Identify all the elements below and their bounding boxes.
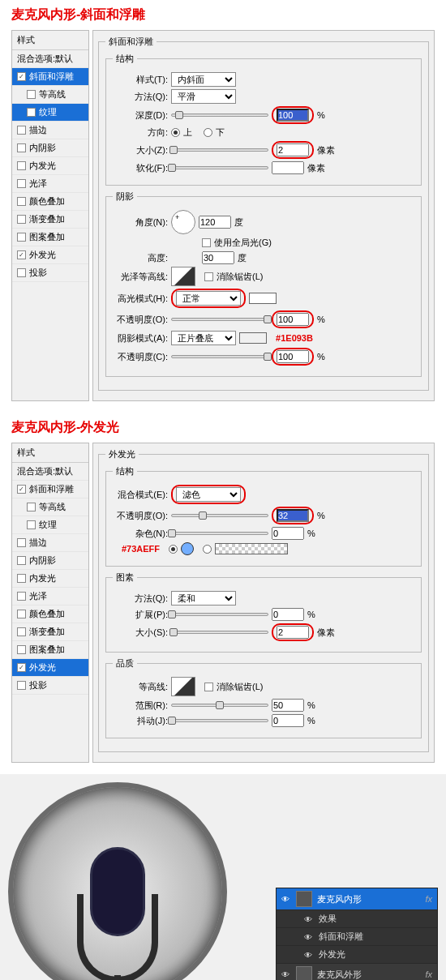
style-item-4[interactable]: 内阴影: [12, 139, 88, 157]
style-item-10[interactable]: 外发光: [12, 659, 88, 677]
contour-thumb[interactable]: [171, 677, 195, 696]
style-item-7[interactable]: 颜色叠加: [12, 193, 88, 211]
aa-check-2[interactable]: [204, 683, 213, 691]
style-check[interactable]: [17, 592, 26, 601]
style-item-8[interactable]: 渐变叠加: [12, 623, 88, 641]
hilite-color[interactable]: [249, 293, 277, 304]
dir-up-radio[interactable]: [171, 128, 180, 137]
depth-slider[interactable]: [171, 113, 268, 117]
dir-down-radio[interactable]: [204, 128, 212, 137]
style-item-5[interactable]: 内发光: [12, 570, 88, 588]
style-check[interactable]: [27, 503, 36, 511]
eye-icon[interactable]: [304, 950, 314, 960]
style-check[interactable]: [17, 250, 26, 259]
style-item-1[interactable]: 等高线: [12, 499, 88, 516]
layer-fx-bevel[interactable]: 斜面和浮雕: [277, 928, 437, 946]
gradient-swatch[interactable]: [215, 543, 288, 554]
size-input-2[interactable]: [277, 626, 309, 639]
opacity-slider[interactable]: [171, 318, 268, 321]
opacity-input[interactable]: [277, 313, 309, 326]
style-check[interactable]: [17, 574, 26, 583]
opacity2-slider[interactable]: [171, 355, 268, 358]
style-check[interactable]: [27, 520, 36, 529]
style-item-5[interactable]: 内发光: [12, 157, 88, 175]
style-check[interactable]: [17, 268, 26, 277]
style-item-9[interactable]: 图案叠加: [12, 641, 88, 659]
style-item-6[interactable]: 光泽: [12, 175, 88, 193]
style-item-3[interactable]: 描边: [12, 122, 88, 139]
layer-fx-glow[interactable]: 外发光: [277, 946, 437, 964]
gloss-contour[interactable]: [171, 267, 195, 286]
method-select-2[interactable]: 柔和: [171, 591, 236, 606]
style-item-2[interactable]: 纹理: [12, 516, 88, 534]
spread-slider[interactable]: [171, 613, 268, 616]
shadow-color[interactable]: [239, 332, 267, 344]
blend-options-row-2[interactable]: 混合选项:默认: [12, 463, 88, 481]
noise-input[interactable]: [272, 527, 304, 540]
style-check[interactable]: [17, 538, 26, 547]
eye-icon[interactable]: [304, 914, 314, 924]
eye-icon[interactable]: [281, 969, 291, 979]
style-check[interactable]: [17, 143, 26, 152]
style-check[interactable]: [27, 108, 36, 117]
size-input[interactable]: [277, 143, 309, 156]
style-check[interactable]: [17, 681, 26, 690]
style-check[interactable]: [17, 72, 26, 81]
style-item-1[interactable]: 等高线: [12, 86, 88, 104]
style-item-7[interactable]: 颜色叠加: [12, 606, 88, 623]
global-check[interactable]: [202, 238, 211, 247]
color-swatch[interactable]: [181, 542, 194, 555]
style-check[interactable]: [17, 663, 26, 672]
color-radio[interactable]: [169, 545, 178, 554]
style-check[interactable]: [17, 179, 26, 188]
style-item-10[interactable]: 外发光: [12, 246, 88, 264]
opacity2-input[interactable]: [277, 350, 309, 363]
spread-input[interactable]: [272, 608, 304, 621]
layer-row-mic-inner[interactable]: 麦克风内形fx: [277, 888, 437, 910]
style-check[interactable]: [17, 556, 26, 565]
style-item-2[interactable]: 纹理: [12, 104, 88, 122]
layer-fx-row[interactable]: 效果: [277, 910, 437, 928]
aa-check[interactable]: [204, 272, 213, 281]
soften-input[interactable]: [272, 161, 304, 174]
style-check[interactable]: [17, 645, 26, 654]
style-select[interactable]: 内斜面: [171, 72, 236, 87]
altitude-input[interactable]: [202, 251, 234, 264]
style-item-6[interactable]: 光泽: [12, 588, 88, 606]
blend-options-row[interactable]: 混合选项:默认: [12, 50, 88, 68]
layer-row-mic-outer[interactable]: 麦克风外形fx: [277, 964, 437, 980]
grad-radio[interactable]: [203, 545, 212, 554]
range-slider[interactable]: [171, 704, 268, 707]
style-check[interactable]: [17, 627, 26, 636]
range-input[interactable]: [272, 699, 304, 712]
style-check[interactable]: [17, 161, 26, 170]
eye-icon[interactable]: [304, 932, 314, 942]
style-item-0[interactable]: 斜面和浮雕: [12, 68, 88, 86]
style-check[interactable]: [27, 90, 36, 99]
method-select[interactable]: 平滑: [171, 89, 236, 104]
noise-slider[interactable]: [171, 532, 268, 535]
style-check[interactable]: [17, 610, 26, 618]
hilite-select[interactable]: 正常: [176, 291, 241, 306]
blend-select[interactable]: 滤色: [176, 487, 241, 502]
style-check[interactable]: [17, 485, 26, 494]
style-item-9[interactable]: 图案叠加: [12, 229, 88, 246]
jitter-input[interactable]: [272, 714, 304, 727]
style-check[interactable]: [17, 233, 26, 242]
style-item-3[interactable]: 描边: [12, 534, 88, 552]
style-check[interactable]: [17, 215, 26, 224]
style-item-4[interactable]: 内阴影: [12, 552, 88, 570]
fx-badge[interactable]: fx: [425, 969, 432, 979]
opacity-slider-2[interactable]: [171, 514, 268, 517]
style-item-11[interactable]: 投影: [12, 264, 88, 282]
shadow-mode-select[interactable]: 正片叠底: [171, 331, 236, 345]
fx-badge[interactable]: fx: [425, 894, 432, 904]
size-slider-2[interactable]: [171, 631, 268, 634]
angle-dial[interactable]: [171, 210, 195, 234]
depth-input[interactable]: [277, 109, 309, 122]
eye-icon[interactable]: [281, 894, 291, 904]
jitter-slider[interactable]: [171, 719, 268, 722]
style-check[interactable]: [17, 126, 26, 135]
opacity-input-2[interactable]: [277, 509, 309, 522]
style-item-8[interactable]: 渐变叠加: [12, 211, 88, 229]
